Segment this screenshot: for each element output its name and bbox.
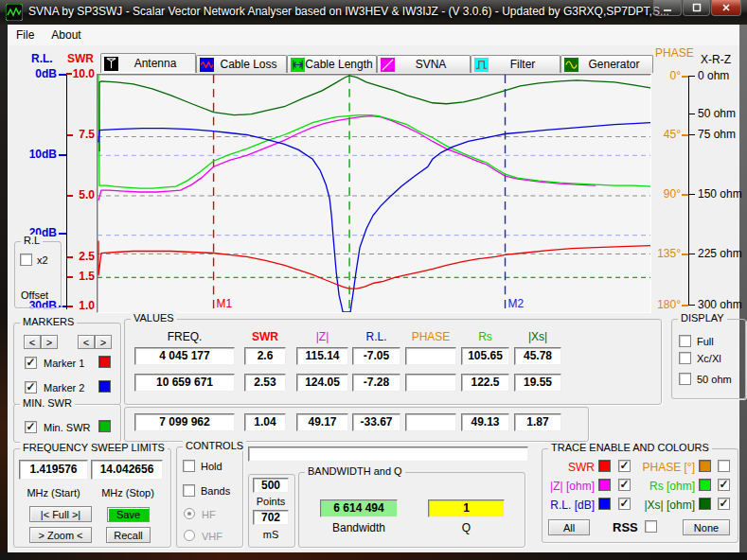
minswr-field-c2[interactable]: 49.17 bbox=[296, 413, 348, 431]
values-header-6: |Xs| bbox=[514, 330, 561, 343]
trace-label--xs-ohm-: |Xs| [ohm] bbox=[627, 499, 695, 512]
markers-panel-title: MARKERS bbox=[20, 316, 77, 327]
value-field-r0-c3[interactable]: -7.05 bbox=[352, 347, 400, 365]
menu-bar: FileAbout bbox=[8, 25, 739, 46]
menu-item-about[interactable]: About bbox=[43, 25, 89, 45]
xrz-axis-title: X-R-Z bbox=[701, 53, 731, 66]
trace-color-r-l-db-[interactable] bbox=[598, 498, 611, 510]
value-field-r0-c2[interactable]: 115.14 bbox=[296, 347, 348, 365]
value-field-r0-c6[interactable]: 45.78 bbox=[514, 347, 561, 365]
value-field-r1-c0[interactable]: 10 659 671 bbox=[134, 374, 235, 392]
display-option-label: 50 ohm bbox=[697, 374, 732, 385]
generator-icon bbox=[564, 58, 578, 72]
status-input[interactable] bbox=[248, 446, 528, 462]
value-field-r1-c6[interactable]: 19.55 bbox=[514, 374, 561, 392]
minswr-field-c0[interactable]: 7 099 962 bbox=[134, 413, 235, 431]
marker2-label: Marker 2 bbox=[44, 382, 84, 394]
marker2-prev-button[interactable]: < bbox=[78, 335, 95, 349]
bands-checkbox[interactable] bbox=[183, 484, 195, 497]
value-field-r0-c4[interactable] bbox=[405, 347, 456, 365]
display-full-checkbox[interactable] bbox=[679, 335, 691, 347]
marker1-next-button[interactable]: > bbox=[41, 335, 58, 349]
trace-color--xs-ohm-[interactable] bbox=[699, 498, 711, 510]
value-field-r1-c2[interactable]: 124.05 bbox=[296, 374, 348, 392]
values-header-5: Rs bbox=[461, 330, 509, 343]
marker2-color-swatch[interactable] bbox=[98, 380, 111, 393]
display-option-label: Full bbox=[697, 336, 714, 347]
x2-checkbox[interactable] bbox=[20, 254, 32, 266]
full-span-button[interactable]: |< Full >| bbox=[29, 506, 92, 522]
controls-panel-title: CONTROLS bbox=[183, 440, 246, 451]
value-field-r0-c5[interactable]: 105.65 bbox=[461, 347, 509, 365]
tab-cable-loss[interactable]: Cable Loss bbox=[196, 55, 287, 73]
series-swr bbox=[98, 241, 650, 289]
right-ohm-tick bbox=[689, 305, 695, 306]
value-field-r0-c0[interactable]: 4 045 177 bbox=[134, 347, 235, 365]
left-swr-tick bbox=[67, 256, 73, 258]
tab-antenna[interactable]: Antenna bbox=[100, 53, 196, 73]
values-header-3: R.L. bbox=[352, 330, 400, 343]
minimize-button[interactable] bbox=[653, 0, 682, 16]
trace-color-phase-[interactable] bbox=[699, 460, 711, 472]
maximize-button[interactable] bbox=[683, 0, 710, 16]
sweep-stop-input[interactable]: 14.042656 bbox=[91, 460, 163, 480]
marker1-prev-button[interactable]: < bbox=[24, 335, 41, 349]
left-swr-tick bbox=[67, 134, 73, 136]
value-field-r1-c1[interactable]: 2.53 bbox=[244, 374, 286, 392]
minswr-field-c5[interactable]: 49.13 bbox=[461, 413, 509, 431]
left-swr-tick-label: 5.0 bbox=[70, 188, 95, 201]
minswr-field-c6[interactable]: 1.87 bbox=[514, 413, 561, 431]
display-xc-xl-checkbox[interactable] bbox=[679, 352, 691, 364]
minswr-field-c3[interactable]: -33.67 bbox=[352, 413, 400, 431]
right-axis-line bbox=[688, 76, 689, 306]
save-button[interactable]: Save bbox=[107, 507, 150, 522]
minswr-label: Min. SWR bbox=[44, 422, 91, 433]
trace-checkbox-phase-[interactable] bbox=[718, 460, 730, 472]
value-field-r0-c1[interactable]: 2.6 bbox=[244, 347, 286, 365]
minswr-field-c1[interactable]: 1.04 bbox=[244, 413, 286, 431]
display-50-ohm-checkbox[interactable] bbox=[679, 373, 691, 385]
zoom-span-button[interactable]: > Zoom < bbox=[29, 527, 92, 543]
trace-all-button[interactable]: All bbox=[548, 519, 590, 535]
sweep-panel-title: FREQUENCY SWEEP LIMITS bbox=[20, 442, 168, 453]
trace-color-rs-ohm-[interactable] bbox=[699, 479, 711, 491]
trace-color-swr[interactable] bbox=[598, 460, 611, 472]
sweep-stop-label: MHz (Stop) bbox=[93, 487, 163, 499]
marker1-color-swatch[interactable] bbox=[98, 356, 111, 368]
marker2-next-button[interactable]: > bbox=[95, 335, 112, 349]
tab-cable-length[interactable]: Cable Length bbox=[287, 55, 377, 73]
sweep-start-input[interactable]: 1.419576 bbox=[19, 460, 88, 480]
left-db-tick-label: 10dB bbox=[17, 148, 57, 161]
tab-svna[interactable]: SVNA bbox=[377, 55, 471, 73]
left-swr-tick-label: 7.5 bbox=[70, 128, 95, 141]
value-field-r1-c4[interactable] bbox=[405, 374, 456, 392]
trace-checkbox-rs-ohm-[interactable]: ✓ bbox=[718, 479, 730, 491]
hold-checkbox[interactable] bbox=[183, 460, 195, 472]
value-field-r1-c5[interactable]: 122.5 bbox=[461, 374, 509, 392]
trace-color--z-ohm-[interactable] bbox=[598, 479, 611, 491]
values-header-1: SWR bbox=[244, 330, 286, 343]
bandwidth-panel-title: BANDWIDTH and Q bbox=[305, 465, 405, 477]
display-option-label: Xc/Xl bbox=[697, 353, 721, 364]
trace-none-button[interactable]: None bbox=[683, 519, 730, 535]
left-swr-tick-label: 1.5 bbox=[70, 270, 95, 283]
title-bar[interactable]: SVNA by SP3SWJ - Scalar Vector Network A… bbox=[0, 0, 747, 25]
trace-checkbox--xs-ohm-[interactable]: ✓ bbox=[718, 498, 730, 510]
trace-label-r-l-db-: R.L. [dB] bbox=[543, 499, 595, 512]
menu-item-file[interactable]: File bbox=[8, 25, 43, 45]
minswr-field-c4[interactable] bbox=[405, 413, 456, 431]
minswr-checkbox[interactable]: ✓ bbox=[25, 421, 37, 433]
tab-filter[interactable]: Filter bbox=[471, 55, 560, 73]
chart-plot[interactable]: M1M2 bbox=[97, 74, 651, 313]
marker2-checkbox[interactable]: ✓ bbox=[25, 381, 37, 394]
minswr-color-swatch[interactable] bbox=[98, 420, 111, 432]
value-field-r1-c3[interactable]: -7.28 bbox=[352, 374, 400, 392]
tab-generator[interactable]: Generator bbox=[560, 55, 653, 73]
close-button[interactable] bbox=[711, 0, 741, 16]
right-ohm-tick bbox=[689, 76, 695, 77]
recall-button[interactable]: Recall bbox=[106, 527, 151, 543]
rss-checkbox[interactable] bbox=[645, 520, 657, 533]
marker-label-M2: M2 bbox=[508, 297, 525, 310]
ms-label: mS bbox=[248, 529, 293, 540]
marker1-checkbox[interactable]: ✓ bbox=[25, 357, 37, 369]
